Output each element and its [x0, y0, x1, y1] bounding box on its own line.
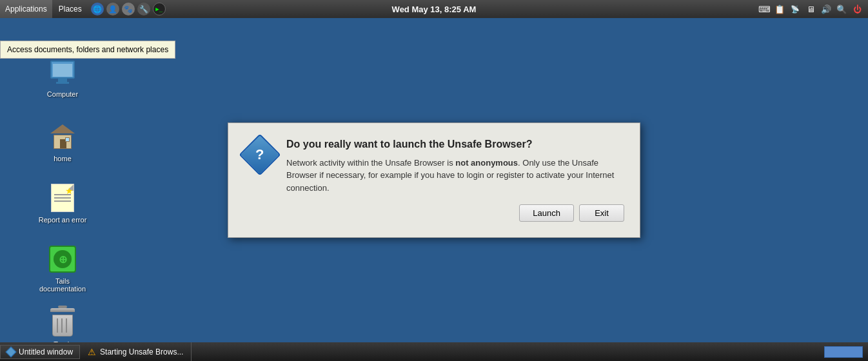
window-task-icon — [6, 346, 17, 357]
search-icon[interactable]: 🔍 — [836, 3, 847, 15]
dialog-overlay: ? Do you really want to launch the Unsaf… — [0, 18, 868, 342]
dialog-content: Do you really want to launch the Unsafe … — [286, 139, 624, 195]
dialog-body: Network activity within the Unsafe Brows… — [286, 157, 624, 195]
wrench-icon[interactable]: 🔧 — [137, 3, 150, 15]
places-tooltip: Access documents, folders and network pl… — [0, 41, 175, 59]
user-icon[interactable]: 👤 — [106, 3, 119, 15]
applications-menu[interactable]: Applications — [0, 0, 52, 18]
dialog-header: ? Do you really want to launch the Unsaf… — [244, 139, 624, 195]
taskbar-window-item[interactable]: Untitled window — [0, 345, 80, 359]
clipboard-icon[interactable]: 📋 — [774, 3, 785, 15]
dialog-title: Do you really want to launch the Unsafe … — [286, 139, 624, 150]
network-icon[interactable]: 📡 — [789, 3, 801, 15]
display-icon[interactable]: 🖥 — [805, 3, 816, 15]
unsafe-browser-dialog: ? Do you really want to launch the Unsaf… — [228, 122, 640, 239]
taskbar-bottom: Untitled window ⚠ Starting Unsafe Brows.… — [0, 342, 868, 361]
launch-button[interactable]: Launch — [519, 204, 574, 222]
taskbar-system-tray: ⌨ 📋 📡 🖥 🔊 🔍 ⏻ — [758, 3, 868, 15]
exit-button[interactable]: Exit — [579, 204, 624, 222]
taskbar-top-left: Applications Places 🌐 👤 🐾 🔧 ▶_ — [0, 0, 166, 18]
places-menu[interactable]: Places — [54, 0, 87, 18]
volume-icon[interactable]: 🔊 — [820, 3, 832, 15]
taskbar-datetime: Wed May 13, 8:25 AM — [392, 5, 477, 14]
desktop: Access documents, folders and network pl… — [0, 18, 868, 342]
dialog-body-bold: not anonymous — [455, 158, 518, 168]
input-indicator — [824, 346, 863, 358]
dialog-body-text1: Network activity within the Unsafe Brows… — [286, 158, 455, 168]
warning-icon: ⚠ — [88, 347, 96, 357]
taskbar-window-label: Untitled window — [19, 347, 73, 356]
globe-icon[interactable]: 🌐 — [91, 3, 104, 15]
dialog-question-icon: ? — [244, 139, 276, 171]
paw-icon[interactable]: 🐾 — [122, 3, 135, 15]
taskbar-app-icons: 🌐 👤 🐾 🔧 ▶_ — [88, 3, 166, 15]
dialog-buttons: Launch Exit — [244, 204, 624, 222]
terminal-icon[interactable]: ▶_ — [153, 3, 166, 15]
taskbar-task-label: Starting Unsafe Brows... — [100, 347, 183, 356]
taskbar-task-item[interactable]: ⚠ Starting Unsafe Brows... — [80, 342, 192, 361]
taskbar-top: Applications Places 🌐 👤 🐾 🔧 ▶_ Wed May 1… — [0, 0, 868, 18]
keyboard-icon[interactable]: ⌨ — [758, 3, 770, 15]
power-icon[interactable]: ⏻ — [851, 3, 863, 15]
